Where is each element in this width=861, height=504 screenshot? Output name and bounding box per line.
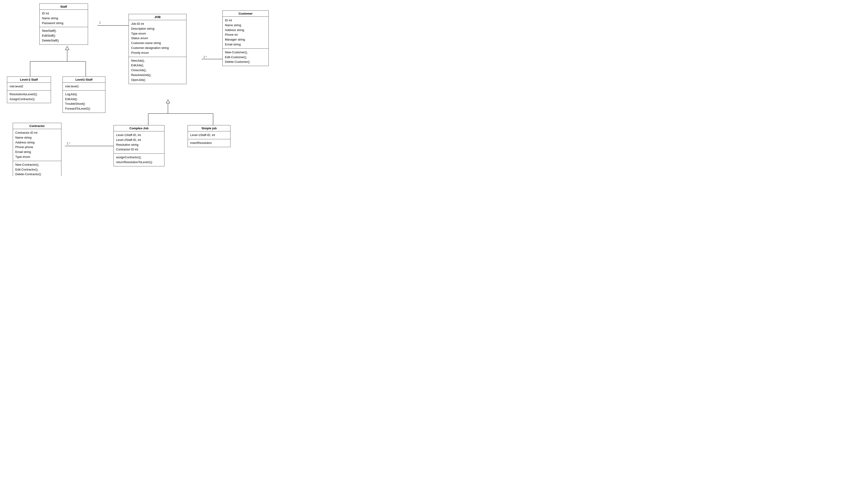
level1staff-class: Level1-Staff role:level1 LogJob() EditJo…	[63, 77, 105, 113]
simplejob-title: Simple job	[188, 125, 230, 132]
staff-attr-1: Name string	[42, 16, 85, 21]
complexjob-attr-0: Level-1Staff-ID, int	[116, 133, 162, 138]
contractor-attributes: Contractor-ID int Name string Address st…	[13, 129, 61, 161]
contractor-attr-4: Email string	[15, 150, 59, 154]
multiplicity-job-customer-1star: 1.*	[203, 55, 207, 59]
job-attr-1: Description string	[131, 26, 184, 31]
level1staff-title: Level1-Staff	[63, 77, 105, 83]
customer-method-0: New-Customer(),	[225, 50, 266, 55]
job-method-2: CloseJob(),	[131, 68, 184, 73]
customer-attr-2: Address string	[225, 28, 266, 33]
contractor-attr-0: Contractor-ID int	[15, 131, 59, 135]
level2staff-attributes: role:level2	[7, 83, 51, 91]
customer-attr-4: Manager string	[225, 37, 266, 42]
contractor-attr-3: Phone phone	[15, 145, 59, 150]
job-attr-3: Status enum	[131, 36, 184, 41]
svg-marker-13	[166, 100, 170, 103]
complexjob-attr-3: Contractor-ID int	[116, 147, 162, 152]
level2staff-class: Level-2 Staff role:level2 ResolutiontoLe…	[7, 77, 51, 103]
job-attr-0: Job-ID int	[131, 22, 184, 26]
contractor-attr-2: Address string	[15, 140, 59, 145]
customer-attributes: ID int Name string Address string Phone …	[223, 17, 269, 49]
level2staff-attr-0: role:level2	[10, 84, 49, 89]
level1staff-attr-0: role:level1	[65, 84, 103, 89]
job-method-3: ResolvedJob(),	[131, 73, 184, 78]
staff-method-1: EditStaff()	[42, 33, 85, 38]
contractor-method-0: New-Contractor(),	[15, 162, 59, 167]
level1staff-method-3: ForwardToLevel2()	[65, 106, 103, 111]
complexjob-attr-1: Level-2Staff-ID, int	[116, 138, 162, 142]
level1staff-attributes: role:level1	[63, 83, 105, 91]
job-method-4: OpenJob()	[131, 78, 184, 82]
level2staff-method-0: ResolutiontoLevel2()	[10, 92, 49, 97]
staff-attr-0: ID int	[42, 11, 85, 16]
contractor-method-2: Delete-Contractor()	[15, 172, 59, 176]
staff-class: Staff ID int Name string Password string…	[39, 3, 88, 45]
simplejob-method-0: insertResolution	[190, 141, 228, 146]
staff-methods: NewStaff() EditStaff() DeleteStaff()	[40, 27, 88, 44]
job-attributes: Job-ID int Description string Type enum …	[129, 20, 186, 57]
customer-method-1: Edit-Customer(),	[225, 55, 266, 60]
level2staff-title: Level-2 Staff	[7, 77, 51, 83]
complexjob-class: Complex-Job Level-1Staff-ID, int Level-2…	[113, 125, 164, 166]
customer-attr-1: Name string	[225, 23, 266, 28]
contractor-class: Contractor Contractor-ID int Name string…	[13, 123, 62, 176]
complexjob-title: Complex-Job	[114, 125, 164, 132]
simplejob-attr-0: Level-1Staff-ID, int	[190, 133, 228, 138]
level1staff-method-2: TroubleShoot()	[65, 101, 103, 106]
staff-method-2: DeleteStaff()	[42, 38, 85, 43]
job-methods: NewJob(), EditJob(), CloseJob(), Resolve…	[129, 57, 186, 84]
contractor-attr-1: Name string	[15, 135, 59, 140]
level1staff-methods: LogJob() EditJob() TroubleShoot() Forwar…	[63, 91, 105, 113]
contractor-title: Contractor	[13, 123, 61, 129]
job-attr-2: Type enum	[131, 31, 184, 36]
job-title: JOB	[129, 14, 186, 20]
staff-attr-2: Password string	[42, 21, 85, 26]
level2staff-methods: ResolutiontoLevel2() AssignContractor()	[7, 91, 51, 103]
simplejob-methods: insertResolution	[188, 139, 230, 147]
customer-methods: New-Customer(), Edit-Customer(), Delete-…	[223, 49, 269, 66]
job-attr-5: Customer-designation string	[131, 46, 184, 51]
customer-title: Customer	[223, 11, 269, 17]
customer-attr-0: ID int	[225, 18, 266, 23]
complexjob-method-1: returnResolutionToLevel1()	[116, 160, 162, 165]
simplejob-class: Simple job Level-1Staff-ID, int insertRe…	[188, 125, 231, 147]
multiplicity-staff-1: 1	[99, 21, 101, 24]
job-method-1: EditJob(),	[131, 63, 184, 68]
job-class: JOB Job-ID int Description string Type e…	[128, 14, 187, 84]
complexjob-method-0: assignContractor(),	[116, 155, 162, 160]
complexjob-attributes: Level-1Staff-ID, int Level-2Staff-ID, in…	[114, 132, 164, 154]
complexjob-methods: assignContractor(), returnResolutionToLe…	[114, 154, 164, 166]
simplejob-attributes: Level-1Staff-ID, int	[188, 132, 230, 139]
customer-method-2: Delete-Customer()	[225, 59, 266, 65]
complexjob-attr-2: Resolution string	[116, 142, 162, 147]
uml-diagram: 1 1.* 1.* 1 1.* 1.* Staff ID int Name st…	[0, 0, 278, 176]
customer-class: Customer ID int Name string Address stri…	[222, 11, 269, 66]
staff-method-0: NewStaff()	[42, 28, 85, 33]
svg-marker-4	[65, 46, 69, 50]
job-method-0: NewJob(),	[131, 58, 184, 63]
level1staff-method-0: LogJob()	[65, 92, 103, 97]
contractor-methods: New-Contractor(), Edit-Contractor(), Del…	[13, 161, 61, 176]
multiplicity-contractor-1star: 1.*	[67, 142, 70, 145]
customer-attr-3: Phone int	[225, 32, 266, 37]
contractor-attr-5: Type enum	[15, 154, 59, 160]
job-attr-6: Priority enum	[131, 51, 184, 55]
staff-title: Staff	[40, 4, 88, 10]
customer-attr-5: Email string	[225, 42, 266, 47]
job-attr-4: Customer-name string	[131, 41, 184, 46]
contractor-method-1: Edit-Contractor(),	[15, 167, 59, 172]
level1staff-method-1: EditJob()	[65, 97, 103, 102]
level2staff-method-1: AssignContractor()	[10, 97, 49, 102]
staff-attributes: ID int Name string Password string	[40, 10, 88, 27]
